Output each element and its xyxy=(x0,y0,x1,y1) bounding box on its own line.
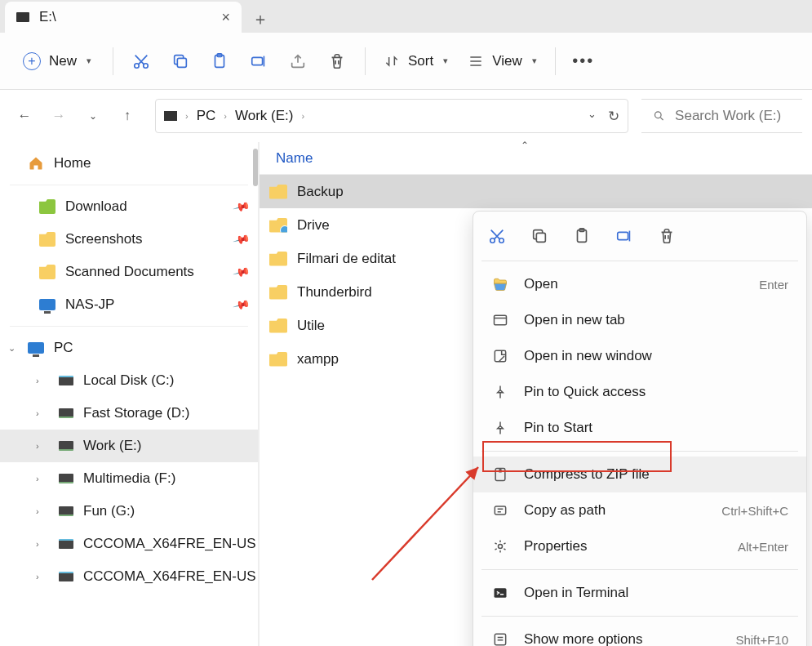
sidebar-drive-c[interactable]: › Local Disk (C:) xyxy=(0,364,258,397)
close-icon[interactable]: × xyxy=(221,9,230,26)
file-name: xampp xyxy=(297,351,339,368)
separator xyxy=(10,185,248,185)
cut-icon[interactable] xyxy=(488,227,506,249)
sidebar-item-screenshots[interactable]: Screenshots 📌 xyxy=(0,223,258,256)
caret-icon: › xyxy=(301,111,304,121)
copy-icon[interactable] xyxy=(530,227,548,249)
sort-icon xyxy=(384,53,400,69)
forward-button[interactable]: → xyxy=(44,101,73,131)
ctx-properties[interactable]: Properties Alt+Enter xyxy=(473,528,806,564)
separator xyxy=(113,47,113,75)
sidebar-pc[interactable]: ⌄ PC xyxy=(0,332,258,364)
context-menu: Open Enter Open in new tab Open in new w… xyxy=(473,211,807,646)
ctx-open-window[interactable]: Open in new window xyxy=(473,338,806,374)
separator xyxy=(481,451,798,452)
ctx-pin-start[interactable]: Pin to Start xyxy=(473,410,806,446)
sidebar-drive-f[interactable]: › Multimedia (F:) xyxy=(0,462,258,495)
view-button[interactable]: View ▾ xyxy=(459,53,545,69)
delete-icon[interactable] xyxy=(658,227,676,249)
chevron-right-icon[interactable]: › xyxy=(36,408,39,418)
separator xyxy=(481,261,798,261)
refresh-icon[interactable]: ↻ xyxy=(608,108,619,125)
paste-icon[interactable] xyxy=(573,227,591,249)
drive-icon xyxy=(59,441,73,451)
new-tab-button[interactable]: ＋ xyxy=(246,5,274,33)
monitor-icon xyxy=(39,299,55,310)
svg-point-17 xyxy=(499,545,503,549)
drive-icon xyxy=(59,474,73,483)
ctx-compress-zip[interactable]: Compress to ZIP file xyxy=(473,457,806,492)
chevron-right-icon[interactable]: › xyxy=(36,441,39,451)
chevron-down-icon[interactable]: ⌄ xyxy=(8,343,16,354)
file-name: Utile xyxy=(297,318,325,334)
copy-button[interactable] xyxy=(162,45,198,78)
search-input[interactable] xyxy=(675,108,791,124)
new-button[interactable]: + New ▾ xyxy=(11,46,103,77)
chevron-right-icon[interactable]: › xyxy=(36,539,39,549)
search-bar[interactable] xyxy=(641,99,802,133)
folder-icon xyxy=(269,252,287,266)
sidebar-item-nas[interactable]: NAS-JP 📌 xyxy=(0,288,258,321)
plus-icon: + xyxy=(23,52,41,70)
home-icon xyxy=(28,156,44,171)
ctx-pin-quick[interactable]: Pin to Quick access xyxy=(473,374,806,410)
cut-button[interactable] xyxy=(123,45,159,78)
view-icon xyxy=(468,53,484,69)
sidebar-drive-cccoma1[interactable]: › CCCOMA_X64FRE_EN-US xyxy=(0,528,258,560)
share-button[interactable] xyxy=(280,45,316,78)
ctx-terminal[interactable]: Open in Terminal xyxy=(473,575,806,611)
address-bar[interactable]: › PC › Work (E:) › ⌄ ↻ xyxy=(155,99,628,133)
sidebar-drive-cccoma2[interactable]: › CCCOMA_X64FRE_EN-US xyxy=(0,560,258,593)
sidebar-label: Multimedia (F:) xyxy=(83,470,175,487)
chevron-right-icon[interactable]: › xyxy=(36,376,39,385)
sidebar-label: PC xyxy=(54,340,73,356)
sidebar-home[interactable]: Home xyxy=(0,147,258,180)
sidebar-item-scanned[interactable]: Scanned Documents 📌 xyxy=(0,256,258,288)
tab-active[interactable]: E:\ × xyxy=(5,2,242,33)
ctx-label: Pin to Quick access xyxy=(524,384,646,400)
file-name: Thunderbird xyxy=(297,284,372,301)
chevron-right-icon[interactable]: › xyxy=(36,572,39,581)
back-button[interactable]: ← xyxy=(10,101,39,131)
sort-label: Sort xyxy=(408,53,433,69)
sidebar-label: Fun (G:) xyxy=(83,503,135,519)
ctx-label: Open in new window xyxy=(524,348,652,364)
chevron-right-icon[interactable]: › xyxy=(36,506,39,516)
sidebar-item-download[interactable]: Download 📌 xyxy=(0,190,258,223)
separator xyxy=(555,47,556,75)
file-name: Drive xyxy=(297,217,330,234)
svg-rect-12 xyxy=(618,232,628,239)
svg-point-7 xyxy=(490,238,495,243)
pin-icon xyxy=(491,384,509,400)
ctx-copy-path[interactable]: Copy as path Ctrl+Shift+C xyxy=(473,492,806,528)
rename-button[interactable] xyxy=(241,45,277,78)
sidebar-label: Fast Storage (D:) xyxy=(83,405,189,421)
ctx-open[interactable]: Open Enter xyxy=(473,266,806,302)
separator xyxy=(481,569,798,570)
breadcrumb-work[interactable]: Work (E:) xyxy=(235,108,293,124)
delete-button[interactable] xyxy=(319,45,355,78)
breadcrumb-pc[interactable]: PC xyxy=(197,108,216,124)
sidebar-drive-g[interactable]: › Fun (G:) xyxy=(0,495,258,528)
recent-button[interactable]: ⌄ xyxy=(78,101,108,131)
rename-icon[interactable] xyxy=(615,227,633,249)
chevron-right-icon[interactable]: › xyxy=(36,474,39,483)
chevron-down-icon[interactable]: ⌄ xyxy=(588,108,597,125)
drive-icon xyxy=(59,539,73,549)
ctx-more-options[interactable]: Show more options Shift+F10 xyxy=(473,621,806,646)
view-label: View xyxy=(492,53,522,69)
folder-icon xyxy=(39,199,55,214)
more-button[interactable]: ••• xyxy=(566,45,601,78)
up-button[interactable]: ↑ xyxy=(113,101,142,131)
drive-icon xyxy=(59,376,73,385)
sidebar-drive-d[interactable]: › Fast Storage (D:) xyxy=(0,397,258,430)
sort-button[interactable]: Sort ▾ xyxy=(375,53,456,69)
window-icon xyxy=(491,348,509,364)
paste-button[interactable] xyxy=(202,45,237,78)
ctx-open-tab[interactable]: Open in new tab xyxy=(473,302,806,338)
ctx-label: Show more options xyxy=(524,631,643,646)
sidebar-drive-e[interactable]: › Work (E:) xyxy=(0,430,258,462)
column-header-name[interactable]: Name ⌃ xyxy=(260,142,812,175)
file-row[interactable]: Backup xyxy=(260,175,812,208)
pin-icon xyxy=(491,420,509,436)
